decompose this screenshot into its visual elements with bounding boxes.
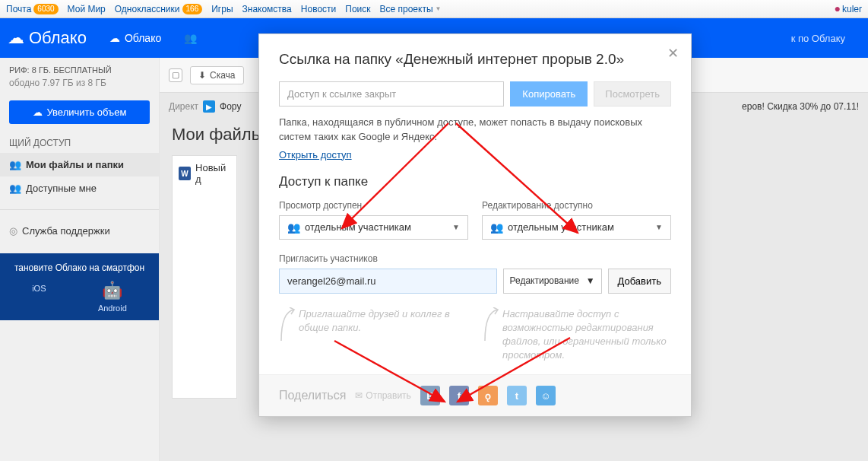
- vk-share-button[interactable]: B: [420, 386, 440, 405]
- people-icon: 👥: [490, 221, 503, 234]
- dropdown-icon: ▼: [436, 0, 442, 18]
- ok-badge: 166: [182, 4, 203, 14]
- chevron-down-icon: ▼: [452, 223, 460, 231]
- tariff-label: РИФ: 8 ГБ. БЕСПЛАТНЫЙ: [0, 58, 159, 78]
- invite-label: Пригласить участников: [279, 253, 671, 264]
- support-link[interactable]: ◎ Служба поддержки: [0, 219, 159, 243]
- share-label: Поделиться: [279, 389, 346, 402]
- chevron-down-icon: ▼: [655, 223, 663, 231]
- status-dot-icon: ●: [835, 2, 841, 14]
- android-app-link[interactable]: 🤖 Android: [98, 281, 127, 313]
- edit-access-label: Редактирование доступно: [482, 200, 671, 211]
- share-link-field[interactable]: [279, 81, 504, 107]
- top-allprojects[interactable]: Все проекты ▼: [380, 0, 442, 18]
- hint-permissions: Настраивайте доступ с возможностью редак…: [483, 307, 671, 363]
- people-icon: 👥: [9, 183, 21, 194]
- expand-storage-button[interactable]: ☁ Увеличить объем: [9, 100, 150, 124]
- direct-arrow-icon: ▶: [203, 100, 215, 113]
- top-ok[interactable]: Одноклассники 166: [115, 0, 202, 18]
- share-footer: Поделиться ✉ Отправить B f ǫ t ☺: [259, 374, 691, 416]
- top-games[interactable]: Игры: [211, 0, 233, 18]
- download-icon: ⬇: [198, 70, 206, 81]
- word-icon: W: [179, 167, 191, 180]
- file-grid: W Новый д: [172, 155, 237, 399]
- top-mymir[interactable]: Мой Мир: [68, 0, 106, 18]
- view-access-select[interactable]: 👥отдельным участникам ▼: [279, 215, 468, 240]
- close-button[interactable]: ✕: [667, 45, 679, 62]
- ios-app-link[interactable]: iOS: [32, 281, 46, 313]
- download-button[interactable]: ⬇ Скача: [190, 66, 244, 84]
- cloud-logo[interactable]: ☁ Облако: [8, 28, 87, 48]
- direct-label: Директ: [169, 101, 198, 112]
- cloud-icon: ☁: [109, 32, 120, 44]
- edit-access-select[interactable]: 👥отдельным участникам ▼: [482, 215, 671, 240]
- free-space-label: ободно 7.97 ГБ из 8 ГБ: [0, 78, 159, 96]
- header-tab-people[interactable]: 👥: [184, 32, 197, 44]
- people-icon: 👥: [287, 221, 300, 234]
- twitter-share-button[interactable]: t: [507, 386, 527, 405]
- open-access-link[interactable]: Открыть доступ: [279, 149, 352, 161]
- search-hint[interactable]: к по Облаку: [791, 33, 860, 44]
- public-warning: Папка, находящаяся в публичном доступе, …: [279, 116, 671, 145]
- invite-email-input[interactable]: [279, 269, 497, 294]
- view-access-label: Просмотр доступен: [279, 200, 468, 211]
- envelope-icon: ✉: [355, 390, 363, 401]
- mailru-topbar: Почта 6030 Мой Мир Одноклассники 166 Игр…: [0, 0, 868, 18]
- select-all-checkbox[interactable]: ▢: [169, 68, 182, 82]
- top-dating[interactable]: Знакомства: [242, 0, 292, 18]
- header-tab-cloud[interactable]: ☁ Облако: [109, 32, 161, 44]
- facebook-share-button[interactable]: f: [449, 386, 469, 405]
- modal-title: Ссылка на папку «Денежный интернет проры…: [279, 51, 671, 68]
- mail-badge: 6030: [33, 4, 58, 14]
- send-email-button[interactable]: ✉ Отправить: [355, 390, 411, 401]
- ok-share-button[interactable]: ǫ: [478, 386, 498, 405]
- chevron-down-icon: ▼: [586, 275, 595, 286]
- top-mail[interactable]: Почта 6030: [6, 0, 59, 18]
- folder-access-heading: Доступ к папке: [279, 174, 671, 189]
- share-folder-modal: ✕ Ссылка на папку «Денежный интернет про…: [258, 33, 692, 417]
- hint-invite: Приглашайте друзей и коллег в общие папк…: [279, 307, 467, 363]
- android-icon: 🤖: [102, 281, 122, 300]
- sidebar: РИФ: 8 ГБ. БЕСПЛАТНЫЙ ободно 7.97 ГБ из …: [0, 58, 160, 461]
- people-icon: 👥: [184, 32, 197, 44]
- smartphone-banner: тановите Облако на смартфон iOS 🤖 Androi…: [0, 253, 159, 320]
- sidebar-item-sharedtome[interactable]: 👥 Доступные мне: [0, 176, 159, 200]
- sidebar-section-shared: ЩИЙ ДОСТУП: [0, 129, 159, 153]
- people-icon: 👥: [9, 159, 21, 170]
- cloud-icon: ☁: [8, 28, 24, 48]
- sidebar-item-myfiles[interactable]: 👥 Мои файлы и папки: [0, 153, 159, 176]
- invite-permission-select[interactable]: Редактирование ▼: [503, 269, 602, 294]
- lifebuoy-icon: ◎: [9, 225, 17, 237]
- topbar-user[interactable]: ●kuler: [835, 0, 862, 18]
- file-item[interactable]: W Новый д: [179, 162, 230, 185]
- cloud-icon: ☁: [33, 107, 43, 118]
- view-button[interactable]: Посмотреть: [594, 81, 671, 107]
- top-news[interactable]: Новости: [301, 0, 336, 18]
- copy-button[interactable]: Копировать: [510, 81, 588, 107]
- promo-text: еров! Скидка 30% до 07.11!: [742, 101, 859, 112]
- mymir-share-button[interactable]: ☺: [536, 386, 556, 405]
- add-button[interactable]: Добавить: [608, 269, 671, 294]
- direct-forum-link[interactable]: Фору: [220, 101, 241, 112]
- top-search[interactable]: Поиск: [345, 0, 370, 18]
